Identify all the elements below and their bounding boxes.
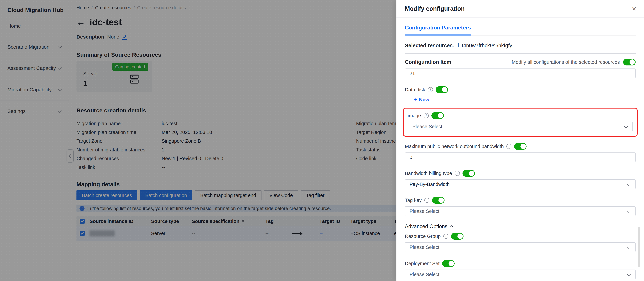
field-label: Resource Group (405, 233, 441, 239)
modal-overlay[interactable] (0, 0, 396, 281)
plus-icon (414, 96, 417, 103)
resource-group-toggle[interactable] (451, 233, 464, 240)
drawer-header: Modify configuration (396, 0, 644, 18)
field-data-disk: Data disk (405, 86, 636, 93)
bandwidth-billing-select[interactable]: Pay-By-Bandwidth (405, 179, 636, 189)
chevron-down-icon (627, 182, 631, 186)
selected-resources-row: Selected resources: i–t4n0w7frhck9s6hkfg… (405, 43, 636, 49)
chevron-up-icon (450, 225, 454, 229)
field-label: Bandwidth billing type (405, 171, 452, 176)
select-value: Pay-By-Bandwidth (410, 182, 450, 187)
info-icon[interactable] (424, 198, 430, 203)
field-label: Tag key (405, 197, 422, 203)
configuration-item-input[interactable] (405, 69, 636, 78)
chevron-down-icon (627, 209, 631, 213)
add-data-disk-link[interactable]: New (414, 96, 429, 103)
modify-all-toggle[interactable] (623, 59, 636, 66)
tag-key-select[interactable]: Please Select (405, 206, 636, 216)
modify-all-label: Modify all configurations of the selecte… (512, 59, 620, 65)
info-icon[interactable] (443, 234, 448, 239)
chevron-down-icon (627, 245, 631, 249)
max-bandwidth-toggle[interactable] (514, 143, 526, 150)
add-data-disk-label: New (419, 97, 430, 103)
data-disk-toggle[interactable] (436, 86, 448, 93)
chevron-down-icon (624, 125, 628, 128)
scrollbar-thumb[interactable] (638, 227, 640, 267)
drawer-tabbar: Configuration Parameters (405, 18, 636, 36)
modify-all-row: Modify all configurations of the selecte… (512, 59, 636, 66)
field-image: image (408, 112, 633, 119)
select-value: Please Select (410, 244, 439, 250)
resource-group-select[interactable]: Please Select (405, 242, 636, 252)
tab-configuration-parameters[interactable]: Configuration Parameters (405, 25, 471, 36)
advanced-options-label: Advanced Options (405, 223, 447, 229)
chevron-down-icon (627, 272, 631, 276)
field-label: Data disk (405, 87, 425, 93)
field-max-bandwidth: Maximum public network outbound bandwidt… (405, 143, 636, 150)
image-select[interactable]: Please Select (408, 122, 633, 131)
field-resource-group: Resource Group (405, 233, 636, 240)
image-field-highlight: image Please Select (403, 108, 638, 137)
modify-configuration-drawer: Modify configuration Configuration Param… (396, 0, 644, 281)
field-label: Maximum public network outbound bandwidt… (405, 144, 504, 149)
drawer-body: Selected resources: i–t4n0w7frhck9s6hkfg… (396, 43, 644, 279)
deployment-set-toggle[interactable] (442, 260, 454, 267)
field-bandwidth-billing-type: Bandwidth billing type (405, 170, 636, 177)
app-root: Cloud Migration Hub Home Scenario Migrat… (0, 0, 644, 281)
select-value: Please Select (412, 124, 442, 129)
tag-key-toggle[interactable] (432, 197, 444, 204)
info-icon[interactable] (424, 113, 429, 118)
selected-resources-label: Selected resources: (405, 43, 454, 49)
bandwidth-billing-toggle[interactable] (462, 170, 475, 177)
drawer-title: Modify configuration (405, 5, 465, 12)
info-icon[interactable] (506, 144, 512, 149)
field-label: Deployment Set (405, 261, 440, 266)
select-value: Please Select (410, 272, 439, 277)
configuration-item-row: Configuration Item Modify all configurat… (405, 59, 636, 66)
max-bandwidth-input[interactable] (405, 152, 636, 162)
image-toggle[interactable] (432, 112, 444, 119)
divider (405, 53, 636, 54)
info-icon[interactable] (428, 87, 433, 92)
field-tag-key: Tag key (405, 197, 636, 204)
select-value: Please Select (410, 208, 439, 214)
close-icon[interactable] (632, 5, 636, 13)
selected-resources-value: i–t4n0w7frhck9s6hkfgfy (458, 43, 512, 49)
deployment-set-select[interactable]: Please Select (405, 269, 636, 279)
advanced-options-toggle[interactable]: Advanced Options (405, 223, 636, 229)
info-icon[interactable] (455, 171, 460, 176)
field-label: image (408, 113, 421, 118)
field-deployment-set: Deployment Set (405, 260, 636, 267)
configuration-item-label: Configuration Item (405, 59, 451, 65)
